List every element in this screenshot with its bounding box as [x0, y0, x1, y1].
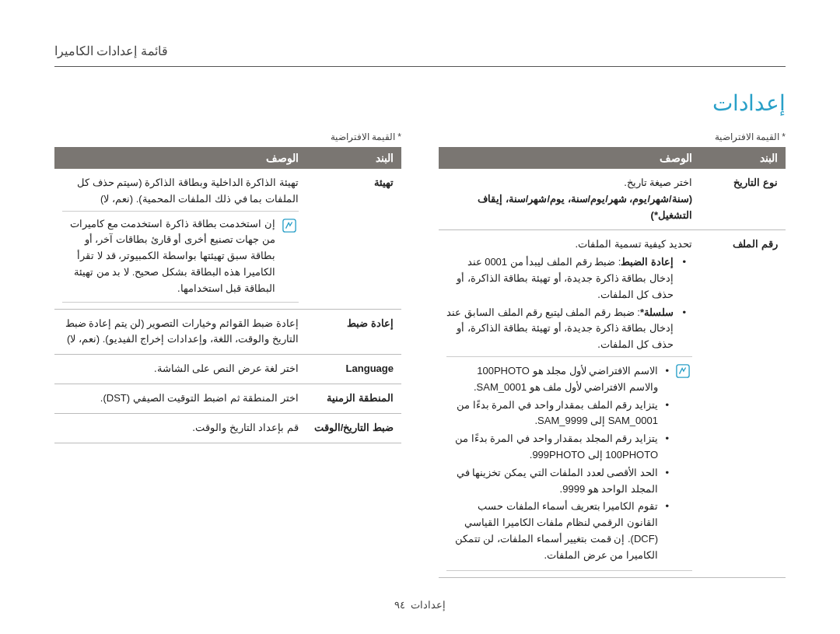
table-row: تهيئة تهيئة الذاكرة الداخلية وبطاقة الذا… — [54, 169, 401, 309]
desc-options: (سنة/شهر/يوم، شهر/يوم/سنة، يوم/شهر/سنة، … — [446, 191, 692, 224]
item-language-desc: اختر لغة عرض النص على الشاشة. — [54, 355, 306, 384]
settings-table-left: البند الوصف نوع التاريخ اختر صيغة تاريخ.… — [439, 147, 786, 578]
default-value-note: * القيمة الافتراضية — [54, 131, 401, 142]
table-row: المنطقة الزمنية اختر المنطقة ثم اضبط الت… — [54, 384, 401, 413]
table-row: ضبط التاريخ/الوقت قم بإعداد التاريخ والو… — [54, 413, 401, 443]
list-item: سلسلة*: ضبط رقم الملف ليتبع رقم الملف ال… — [446, 305, 681, 353]
section-title: إعدادات — [54, 90, 786, 116]
item-format: تهيئة — [306, 169, 401, 309]
note-icon — [675, 363, 691, 379]
item-language: Language — [306, 355, 401, 384]
item-date-type: نوع التاريخ — [700, 169, 786, 230]
note-box: إن استخدمت بطاقة ذاكرة استخدمت مع كاميرا… — [62, 211, 299, 303]
item-reset: إعادة ضبط — [306, 309, 401, 355]
note-line: الحد الأقصى لعدد الملفات التي يمكن تخزين… — [448, 465, 669, 498]
note-line: الاسم الافتراضي لأول مجلد هو 100PHOTO وا… — [448, 363, 669, 396]
table-header-item: البند — [306, 147, 401, 169]
table-row: نوع التاريخ اختر صيغة تاريخ. (سنة/شهر/يو… — [439, 169, 786, 230]
note-lines: الاسم الافتراضي لأول مجلد هو 100PHOTO وا… — [448, 362, 669, 566]
note-line: يتزايد رقم الملف بمقدار واحد في المرة بد… — [448, 398, 669, 430]
item-format-desc: تهيئة الذاكرة الداخلية وبطاقة الذاكرة (س… — [54, 169, 306, 309]
note-line: تقوم الكاميرا بتعريف أسماء الملفات حسب ا… — [448, 499, 669, 563]
item-datetime-desc: قم بإعداد التاريخ والوقت. — [54, 413, 306, 443]
table-header-desc: الوصف — [54, 147, 306, 169]
item-timezone: المنطقة الزمنية — [306, 384, 401, 413]
item-file-no: رقم الملف — [700, 230, 786, 577]
note-box: الاسم الافتراضي لأول مجلد هو 100PHOTO وا… — [446, 356, 692, 571]
item-datetime: ضبط التاريخ/الوقت — [306, 413, 401, 443]
table-row: Language اختر لغة عرض النص على الشاشة. — [54, 355, 401, 384]
option-label: إعادة الضبط — [621, 256, 674, 268]
note-text: إن استخدمت بطاقة ذاكرة استخدمت مع كاميرا… — [64, 216, 275, 297]
option-list: إعادة الضبط: ضبط رقم الملف ليبدأ من 0001… — [446, 254, 692, 353]
svg-rect-0 — [283, 219, 296, 231]
footer-page-number: ٩٤ — [394, 599, 405, 611]
column-left: * القيمة الافتراضية البند الوصف نوع التا… — [439, 131, 786, 578]
item-file-no-desc: تحديد كيفية تسمية الملفات. إعادة الضبط: … — [439, 230, 700, 577]
footer-label: إعدادات — [411, 599, 446, 611]
item-date-type-desc: اختر صيغة تاريخ. (سنة/شهر/يوم، شهر/يوم/س… — [439, 169, 700, 230]
table-row: إعادة ضبط إعادة ضبط القوائم وخيارات التص… — [54, 309, 401, 355]
desc-lead: تحديد كيفية تسمية الملفات. — [446, 236, 692, 253]
table-header-desc: الوصف — [439, 147, 700, 169]
desc-lead: اختر صيغة تاريخ. — [446, 175, 692, 191]
default-value-note: * القيمة الافتراضية — [439, 131, 786, 142]
note-line: يتزايد رقم المجلد بمقدار واحد في المرة ب… — [448, 431, 669, 464]
item-timezone-desc: اختر المنطقة ثم اضبط التوقيت الصيفي (DST… — [54, 384, 306, 413]
option-label: سلسلة* — [640, 306, 674, 318]
desc-text: تهيئة الذاكرة الداخلية وبطاقة الذاكرة (س… — [62, 175, 299, 208]
note-icon — [282, 218, 297, 233]
svg-rect-1 — [677, 365, 689, 377]
item-reset-desc: إعادة ضبط القوائم وخيارات التصوير (لن يت… — [54, 309, 306, 355]
divider — [54, 66, 786, 67]
table-row: رقم الملف تحديد كيفية تسمية الملفات. إعا… — [439, 230, 786, 577]
page-footer: إعدادات ٩٤ — [0, 599, 840, 611]
list-item: إعادة الضبط: ضبط رقم الملف ليبدأ من 0001… — [446, 254, 681, 303]
table-header-item: البند — [700, 147, 786, 169]
breadcrumb: قائمة إعدادات الكاميرا — [54, 44, 786, 58]
settings-table-right: البند الوصف تهيئة تهيئة الذاكرة الداخلية… — [54, 147, 401, 443]
column-right: * القيمة الافتراضية البند الوصف تهيئة ته… — [54, 131, 401, 578]
